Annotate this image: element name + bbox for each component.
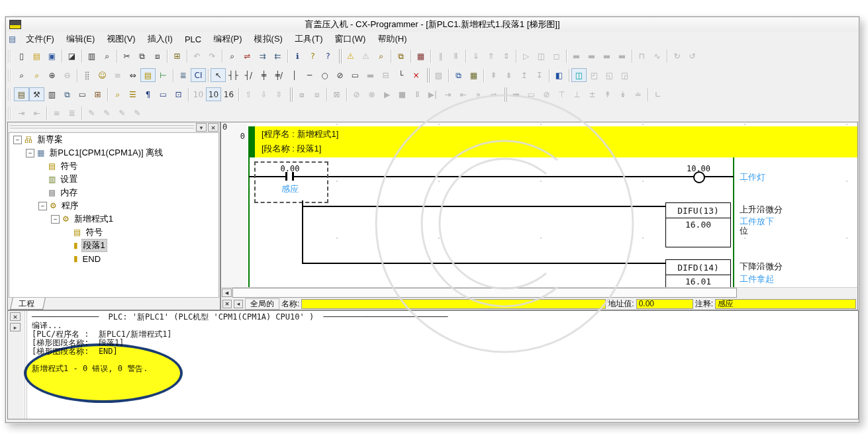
open-project-button[interactable]: ▤ — [29, 49, 44, 63]
toolbar-grip[interactable] — [8, 88, 11, 101]
tree-item-section-end-label[interactable]: END — [81, 254, 102, 264]
monitor-signed-decimal-button[interactable]: 10 — [206, 87, 221, 101]
new-vertical-line-button[interactable]: │ — [287, 68, 302, 82]
toolbar-grip[interactable] — [8, 69, 11, 82]
cross-reference-report-button[interactable]: ⧉ — [60, 87, 75, 101]
properties-window-button[interactable]: ⊞ — [90, 87, 105, 101]
change-view-button[interactable]: ◪ — [64, 49, 79, 63]
difu-instruction-box[interactable]: DIFU(13) 16.00 — [665, 202, 731, 247]
tree-item-programs-label[interactable]: 程序 — [60, 200, 80, 212]
toggle-grid-button[interactable]: ⣿ — [79, 68, 95, 82]
zoom-to-fit-button[interactable]: ⌕ — [29, 68, 44, 82]
tree-item-symbols-label[interactable]: 符号 — [59, 160, 79, 172]
watch-window-button[interactable]: ◫ — [571, 68, 587, 82]
tree-item-plc[interactable]: −▦新PLC1[CPM1(CPM1A)] 离线 — [9, 146, 218, 159]
new-horizontal-line-button[interactable]: ─ — [302, 68, 317, 82]
monitor-hex-button[interactable]: 16 — [221, 87, 236, 101]
tree-item-plc-label[interactable]: 新PLC1[CPM1(CPM1A)] 离线 — [48, 147, 164, 159]
edit-rungs-button[interactable]: ▦ — [466, 68, 481, 82]
find-symbol-button[interactable]: ⇇ — [270, 49, 285, 63]
rung-wrap-button[interactable]: ⇔ — [125, 68, 140, 82]
copy-button[interactable]: ⧉ — [134, 49, 150, 63]
ladder-editor[interactable]: [程序名 : 新增程式1] [段名称 : 段落1] 0.00 感应 10.00 … — [248, 122, 857, 288]
save-project-button[interactable]: ▣ — [44, 49, 60, 63]
tab-project[interactable]: 工程 — [10, 298, 46, 310]
tree-item-section-end[interactable]: ▮END — [9, 252, 218, 265]
menu-item-menu-insert[interactable]: 插入(I) — [142, 32, 179, 46]
cut-button[interactable]: ✂ — [119, 49, 134, 63]
symbol-tree-button[interactable]: ⊢ — [156, 68, 171, 82]
memory-view-button[interactable]: ⊡ — [171, 87, 186, 101]
tree-item-program-symbols[interactable]: ▤符号 — [9, 226, 218, 239]
tree-item-program-1[interactable]: −⚙新增程式1 — [9, 212, 218, 226]
find-button[interactable]: ⌕ — [224, 49, 240, 63]
toolbar-grip[interactable] — [8, 50, 11, 63]
tree-item-program-1-label[interactable]: 新增程式1 — [73, 213, 115, 225]
toggle-output-window-button[interactable]: ⚒ — [29, 87, 44, 101]
output-splitter[interactable] — [24, 311, 27, 419]
tree-item-program-symbols-label[interactable]: 符号 — [84, 226, 104, 238]
expand-toggle-icon[interactable]: − — [26, 149, 34, 157]
difd-operand[interactable]: 16.01 — [666, 275, 730, 288]
print-button[interactable]: ▥ — [84, 49, 99, 63]
properties-button[interactable]: ℹ — [290, 49, 305, 63]
new-coil-button[interactable]: ○ — [317, 68, 332, 82]
new-closed-contact-button[interactable]: ┤/ — [241, 68, 256, 82]
help-button[interactable]: ? — [305, 49, 320, 63]
comment-field[interactable]: 感应 — [715, 299, 856, 309]
transfer-check-button[interactable]: ⧉ — [393, 49, 409, 63]
select-tool-button[interactable]: ↖ — [211, 68, 226, 82]
new-project-button[interactable]: ▯ — [14, 49, 29, 63]
menu-item-menu-plc[interactable]: PLC — [179, 32, 207, 46]
menu-item-menu-simulation[interactable]: 模拟(S) — [248, 32, 289, 46]
find-bit-addresses-button[interactable]: ⇉ — [255, 49, 270, 63]
menu-item-menu-program[interactable]: 编程(P) — [207, 32, 248, 46]
context-help-button[interactable]: ? — [320, 49, 336, 63]
title-bar[interactable]: 盲盖压入机 - CX-Programmer - [新PLC1.新增程式1.段落1… — [6, 17, 859, 32]
tree-item-project-root[interactable]: −品新専案 — [9, 133, 218, 146]
mnemonics-view-button[interactable]: ≣ — [175, 68, 191, 82]
replace-button[interactable]: ⇌ — [240, 49, 255, 63]
menu-item-menu-edit[interactable]: 编辑(E) — [60, 32, 101, 46]
show-comments-button[interactable]: ☺ — [95, 68, 110, 82]
expand-toggle-icon[interactable]: − — [13, 136, 22, 144]
tree-item-settings-label[interactable]: 设置 — [59, 173, 79, 185]
address-reference-tool-button[interactable]: ◧ — [552, 68, 567, 82]
new-line-connect-button[interactable]: └ — [393, 68, 409, 82]
compile-program-button[interactable]: ⚠ — [343, 49, 358, 63]
toggle-local-symbols-button[interactable]: ▭ — [75, 87, 90, 101]
send-changes-button[interactable]: ⧉ — [451, 68, 466, 82]
output-nav-button[interactable]: ▸ — [10, 323, 21, 331]
io-comment-view-button[interactable]: CI — [191, 68, 206, 82]
delete-line-button[interactable]: × — [409, 68, 424, 82]
new-or-closed-contact-button[interactable]: ╪/ — [271, 68, 287, 82]
tree-item-settings[interactable]: ▥设置 — [9, 173, 218, 186]
coil-symbol[interactable] — [693, 171, 705, 183]
toggle-watch-window-button[interactable]: ▥ — [44, 87, 60, 101]
show-rung-dividers-button[interactable]: ▤ — [140, 68, 156, 82]
scrollbar-thumb[interactable] — [232, 288, 737, 298]
symbol-bar-close-button[interactable]: × — [222, 300, 232, 308]
menu-item-menu-help[interactable]: 帮助(H) — [371, 32, 412, 46]
menu-item-menu-window[interactable]: 窗口(W) — [329, 32, 372, 46]
zoom-tool-button[interactable]: ⌕ — [14, 68, 29, 82]
new-instruction-button[interactable]: ▭ — [348, 68, 363, 82]
tree-item-section-1-label[interactable]: 段落1 — [81, 239, 107, 252]
expand-toggle-icon[interactable]: − — [51, 215, 60, 224]
difu-operand[interactable]: 16.00 — [666, 218, 730, 231]
address-field[interactable]: 0.00 — [636, 299, 693, 309]
scroll-left-button[interactable]: ◀ — [222, 288, 232, 297]
new-contact-button[interactable]: ┤├ — [226, 68, 241, 82]
tree-item-memory[interactable]: ▩内存 — [9, 186, 218, 199]
tree-item-symbols[interactable]: ▤符号 — [9, 159, 218, 173]
menu-item-menu-tools[interactable]: 工具(T) — [289, 32, 329, 46]
find-compile-error-button[interactable]: ⌕ — [373, 49, 389, 63]
tree-item-memory-label[interactable]: 内存 — [59, 187, 79, 198]
paste-rung-button[interactable]: ⊞ — [169, 49, 185, 63]
symbol-bar-nav-button[interactable]: ◂ — [234, 300, 243, 308]
tree-item-project-root-label[interactable]: 新専案 — [36, 134, 64, 146]
name-field[interactable] — [301, 299, 606, 309]
program-check-options-button[interactable]: ▦ — [413, 49, 428, 63]
expand-toggle-icon[interactable]: − — [38, 202, 47, 210]
panel-dropdown-button[interactable]: ▾ — [196, 123, 207, 132]
